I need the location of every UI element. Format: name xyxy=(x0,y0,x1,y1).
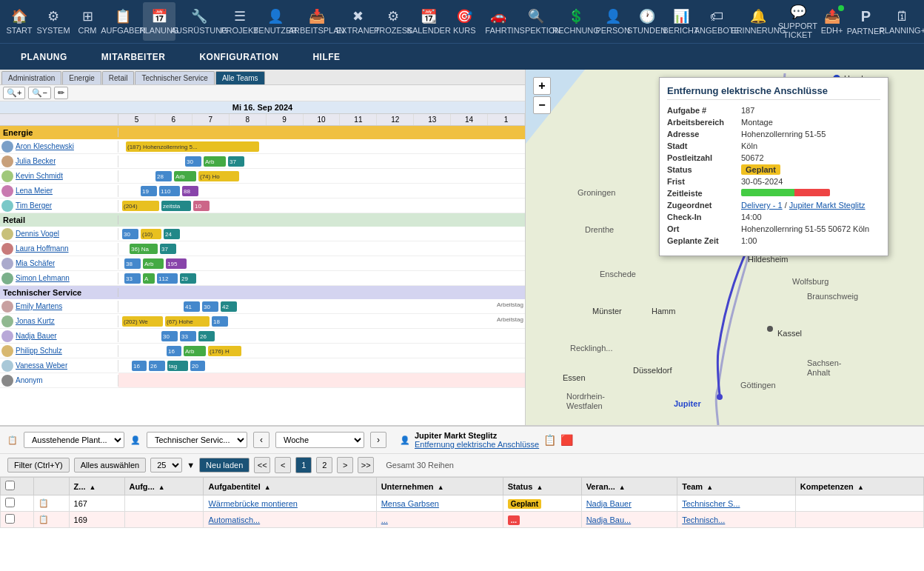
toolbar-kurs[interactable]: 🎯 KURS xyxy=(448,2,481,41)
toolbar-erinnerung[interactable]: 🔔 ERINNERUNG xyxy=(737,2,780,41)
task-block[interactable]: 10 xyxy=(193,201,210,211)
task-block[interactable]: Arb xyxy=(143,258,164,269)
toolbar-kalender[interactable]: 📆 KALENDER xyxy=(411,2,446,41)
zoom-out-btn[interactable]: 🔍− xyxy=(28,87,50,99)
link-titel-1[interactable]: Wärmebrücke montieren xyxy=(208,499,297,508)
per-page-select[interactable]: 25 xyxy=(150,458,182,473)
person-vanessa-name[interactable]: Vanessa Weber xyxy=(16,361,67,370)
period-prev-btn[interactable]: ‹ xyxy=(253,432,270,448)
toolbar-start[interactable]: 🏠 START xyxy=(3,2,36,41)
period-select[interactable]: Woche xyxy=(275,432,364,448)
period-next-btn[interactable]: › xyxy=(370,432,386,448)
task-block[interactable]: A xyxy=(143,273,155,284)
page-1-btn[interactable]: 1 xyxy=(295,457,312,473)
toolbar-planung[interactable]: 📅 PLANUNG xyxy=(143,2,175,41)
task-block[interactable]: (74) Ho xyxy=(198,171,239,181)
person-lena-name[interactable]: Lena Meier xyxy=(16,187,53,195)
task-block[interactable]: (204) xyxy=(122,201,159,211)
tab-retail[interactable]: Retail xyxy=(102,71,135,84)
task-block[interactable]: 30 xyxy=(185,156,201,167)
task-block[interactable]: zeitsta xyxy=(161,201,191,211)
th-icon[interactable] xyxy=(34,478,69,495)
task-block[interactable]: tag xyxy=(167,361,188,371)
person-philipp-name[interactable]: Philipp Schulz xyxy=(16,347,62,355)
toolbar-arbeitsplan[interactable]: 📥 ARBEITSPLAN xyxy=(295,2,339,41)
link-team-1[interactable]: Technischer S... xyxy=(682,499,740,508)
toolbar-bericht[interactable]: 📊 BERICHT xyxy=(665,2,697,41)
task-block[interactable]: 37 xyxy=(228,156,244,167)
task-block[interactable]: 26 xyxy=(149,361,165,371)
th-veran[interactable]: Veran... ▲ xyxy=(581,478,677,495)
nav-mitarbeiter[interactable]: MITARBEITER xyxy=(96,49,172,65)
toolbar-projekt[interactable]: ☰ PROJEKT xyxy=(224,2,256,41)
task-block[interactable]: (202) We xyxy=(122,316,163,327)
row-1-checkbox[interactable] xyxy=(5,498,15,507)
task-block[interactable]: 42 xyxy=(221,301,237,312)
task-block[interactable]: 110 xyxy=(159,186,180,196)
th-aufg[interactable]: Aufg... ▲ xyxy=(124,478,204,495)
person-nadja-name[interactable]: Nadja Bauer xyxy=(16,332,57,340)
row-2-checkbox[interactable] xyxy=(5,514,15,524)
link-unternehmen-1[interactable]: Mensa Garbsen xyxy=(381,499,439,508)
task-block[interactable]: 29 xyxy=(180,273,196,284)
person-laura-name[interactable]: Laura Hoffmann xyxy=(16,244,69,253)
zoom-in-btn[interactable]: 🔍+ xyxy=(3,87,25,99)
task-block[interactable]: 36) Na xyxy=(130,244,158,254)
task-block[interactable]: (176) H xyxy=(208,346,241,356)
toolbar-system[interactable]: ⚙ SYSTEM xyxy=(37,2,70,41)
prev-page-btn[interactable]: < xyxy=(275,457,291,473)
toolbar-fahrt[interactable]: 🚗 FAHRT xyxy=(482,2,515,41)
toolbar-partner[interactable]: P PARTNER xyxy=(850,2,883,41)
person-mia-name[interactable]: Mia Schäfer xyxy=(16,259,55,267)
task-block[interactable]: 37 xyxy=(160,244,176,254)
toolbar-ausrustung[interactable]: 🔧 AUSRÜSTUNG xyxy=(177,2,222,41)
link-veran-2[interactable]: Nadja Bau... xyxy=(586,515,632,524)
filter-ctrl-btn[interactable]: Filter (Ctrl+Y) xyxy=(7,458,70,473)
th-checkbox[interactable] xyxy=(1,478,34,495)
task-block[interactable]: 38 xyxy=(124,258,141,269)
nav-hilfe[interactable]: HILFE xyxy=(307,49,346,65)
toolbar-inspektion[interactable]: 🔍 INSPEKTION xyxy=(516,2,555,41)
task-block[interactable]: 30 xyxy=(161,331,178,341)
first-page-btn[interactable]: << xyxy=(254,457,270,473)
reload-btn[interactable]: Neu laden xyxy=(199,458,250,473)
toolbar-rechnung[interactable]: 💲 RECHNUNG xyxy=(558,2,595,41)
link-team-2[interactable]: Technisch... xyxy=(682,515,725,524)
copy-route-icon[interactable]: 📋 xyxy=(543,434,556,446)
select-all-checkbox[interactable] xyxy=(5,481,15,490)
task-block[interactable]: 26 xyxy=(198,331,215,341)
toolbar-extranet[interactable]: ✖ EXTRANET xyxy=(341,2,376,41)
popup-delivery-link[interactable]: Delivery - 1 xyxy=(741,201,783,210)
toolbar-aufgaben[interactable]: 📋 AUFGABEN xyxy=(105,2,141,41)
tab-energie[interactable]: Energie xyxy=(62,71,101,84)
th-z[interactable]: Z... ▲ xyxy=(69,478,124,495)
page-2-btn[interactable]: 2 xyxy=(316,457,332,473)
route-subtitle[interactable]: Entfernung elektrische Anschlüsse xyxy=(415,440,539,449)
task-block[interactable]: 18 xyxy=(212,316,228,327)
task-block[interactable]: 16 xyxy=(167,346,181,356)
task-block[interactable]: Arb xyxy=(174,171,196,181)
th-kompetenzen[interactable]: Kompetenzen ▲ xyxy=(795,478,923,495)
th-unternehmen[interactable]: Unternehmen ▲ xyxy=(376,478,503,495)
task-block[interactable]: Arb xyxy=(204,156,226,167)
task-block[interactable]: 16 xyxy=(132,361,147,371)
task-block[interactable]: 28 xyxy=(155,171,172,181)
person-kevin-name[interactable]: Kevin Schmidt xyxy=(16,172,63,180)
toolbar-crm[interactable]: ⊞ CRM xyxy=(71,2,104,41)
task-block[interactable]: 112 xyxy=(157,273,178,284)
task-block[interactable]: (67) Hohe xyxy=(165,316,210,327)
map-zoom-out[interactable]: − xyxy=(533,96,551,114)
toolbar-planningplus[interactable]: 🗓 PLANNING+ xyxy=(884,2,921,41)
task-block[interactable]: 41 xyxy=(184,301,200,312)
toolbar-stunden[interactable]: 🕐 STUNDEN xyxy=(631,2,663,41)
task-block[interactable]: 195 xyxy=(166,258,187,269)
link-veran-1[interactable]: Nadja Bauer xyxy=(586,499,632,508)
task-block[interactable]: 24 xyxy=(164,229,180,239)
link-unternehmen-2[interactable]: ... xyxy=(381,515,388,524)
task-block[interactable]: 33 xyxy=(180,331,196,341)
person-simon-name[interactable]: Simon Lehmann xyxy=(16,274,70,282)
toolbar-person[interactable]: 👤 PERSON xyxy=(597,2,629,41)
task-block[interactable]: (10) xyxy=(141,229,161,239)
th-titel[interactable]: Aufgabentitel ▲ xyxy=(204,478,376,495)
link-titel-2[interactable]: Automatisch... xyxy=(208,515,260,524)
